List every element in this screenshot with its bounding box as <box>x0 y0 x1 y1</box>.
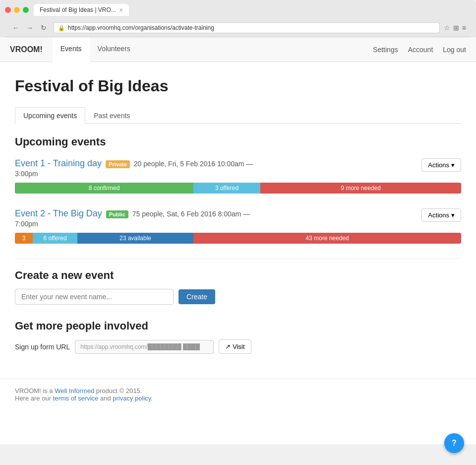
event-2-title[interactable]: Event 2 - The Big Day <box>15 208 102 219</box>
refresh-button[interactable]: ↻ <box>38 22 50 34</box>
nav-links: Events Volunteers <box>53 37 138 62</box>
nav-right: Settings Account Log out <box>373 46 466 54</box>
tab-close-icon[interactable]: ✕ <box>119 7 123 13</box>
tab-past-events[interactable]: Past events <box>85 107 138 124</box>
external-link-icon: ↗ <box>225 343 231 350</box>
url-text: https://app.vroomhq.com/organisations/ac… <box>68 24 214 31</box>
chevron-down-icon: ▾ <box>451 211 455 219</box>
signup-section: Get more people involved Sign up form UR… <box>15 320 461 354</box>
event-1-actions-button[interactable]: Actions ▾ <box>421 158 461 172</box>
event-card-1: Event 1 - Training day Private 20 people… <box>15 158 461 194</box>
signup-title: Get more people involved <box>15 320 461 332</box>
terms-of-service-link[interactable]: terms of service <box>53 395 99 402</box>
tab-bar: Upcoming events Past events <box>15 107 461 124</box>
ssl-lock-icon: 🔒 <box>58 25 65 31</box>
event-1-progress-bar: 8 confirmed 3 offered 9 more needed <box>15 183 461 194</box>
main-content: Festival of Big Ideas Upcoming events Pa… <box>0 62 476 379</box>
page-title: Festival of Big Ideas <box>15 77 461 95</box>
menu-icon[interactable]: ≡ <box>462 24 466 32</box>
event-1-needed-segment: 9 more needed <box>260 183 461 194</box>
bookmark-icon[interactable]: ☆ <box>444 24 450 32</box>
signup-row: Sign up form URL ↗ Visit <box>15 339 461 354</box>
tab-upcoming-events[interactable]: Upcoming events <box>15 107 85 124</box>
create-event-title: Create a new event <box>15 269 461 282</box>
signup-url-input[interactable] <box>75 340 214 354</box>
event-1-time: 3:00pm <box>15 170 253 178</box>
event-2-actions-button[interactable]: Actions ▾ <box>421 208 461 222</box>
create-event-section: Create a new event Create <box>15 269 461 305</box>
event-2-confirmed-segment: 3 <box>15 233 33 244</box>
chevron-down-icon: ▾ <box>451 161 455 169</box>
browser-tab[interactable]: Festival of Big Ideas | VRO... ✕ <box>34 4 129 16</box>
event-1-meta: 20 people, Fri, 5 Feb 2016 10:00am — <box>134 160 253 168</box>
nav-settings[interactable]: Settings <box>373 46 398 54</box>
upcoming-events-title: Upcoming events <box>15 135 461 148</box>
tab-title: Festival of Big Ideas | VRO... <box>40 6 116 13</box>
traffic-light-red[interactable] <box>5 7 11 13</box>
divider <box>15 259 461 259</box>
traffic-light-yellow[interactable] <box>14 7 20 13</box>
extensions-icon[interactable]: ⊞ <box>453 24 459 32</box>
footer-line-2: Here are our terms of service and privac… <box>15 395 461 402</box>
footer: VROOM! is a Well Informed product © 2015… <box>0 379 476 412</box>
event-card-2: Event 2 - The Big Day Public 75 people, … <box>15 208 461 244</box>
event-2-time: 7:00pm <box>15 220 250 228</box>
nav-events[interactable]: Events <box>53 37 90 62</box>
create-event-form: Create <box>15 289 461 305</box>
privacy-policy-link[interactable]: privacy policy <box>113 395 151 402</box>
nav-account[interactable]: Account <box>408 46 433 54</box>
forward-button[interactable]: → <box>24 22 36 34</box>
brand-logo: VROOM! <box>10 45 43 54</box>
event-1-title[interactable]: Event 1 - Training day <box>15 158 102 169</box>
visit-button[interactable]: ↗ Visit <box>219 339 251 354</box>
back-button[interactable]: ← <box>10 22 22 34</box>
event-2-progress-bar: 3 6 offered 23 available 43 more needed <box>15 233 461 244</box>
event-2-badge: Public <box>106 210 128 218</box>
footer-line-1: VROOM! is a Well Informed product © 2015… <box>15 387 461 395</box>
event-2-needed-segment: 43 more needed <box>193 233 461 244</box>
well-informed-link[interactable]: Well Informed <box>55 387 94 395</box>
event-2-meta: 75 people, Sat, 6 Feb 2016 8:00am — <box>132 210 250 218</box>
event-1-badge: Private <box>106 160 130 168</box>
event-1-confirmed-segment: 8 confirmed <box>15 183 193 194</box>
event-1-offered-segment: 3 offered <box>193 183 260 194</box>
new-event-name-input[interactable] <box>15 289 174 305</box>
nav-logout[interactable]: Log out <box>443 46 466 54</box>
create-event-button[interactable]: Create <box>178 289 215 304</box>
event-2-available-segment: 23 available <box>77 233 193 244</box>
event-2-offered-segment: 6 offered <box>33 233 77 244</box>
navbar: VROOM! Events Volunteers Settings Accoun… <box>0 37 476 62</box>
traffic-light-green[interactable] <box>23 7 29 13</box>
nav-volunteers[interactable]: Volunteers <box>90 37 138 62</box>
signup-url-label: Sign up form URL <box>15 343 70 351</box>
